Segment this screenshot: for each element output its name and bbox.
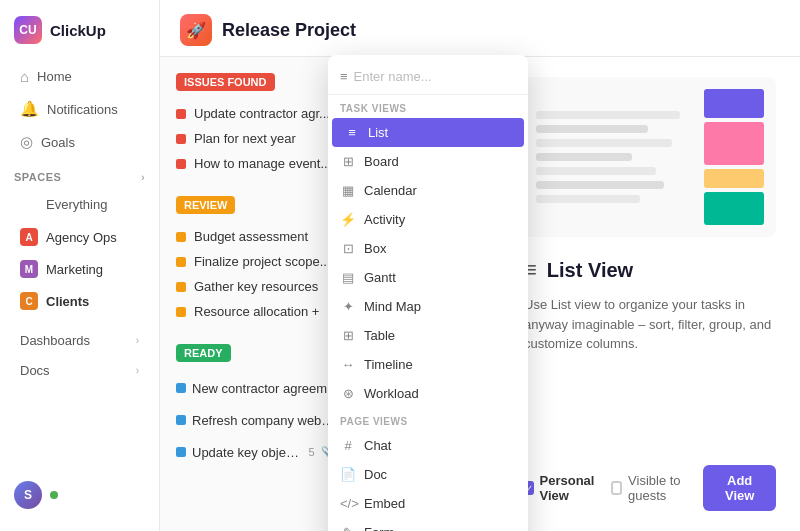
workload-label: Workload bbox=[364, 386, 419, 401]
task-dot-blue bbox=[176, 415, 186, 425]
task-text: Refresh company website bbox=[192, 413, 335, 428]
task-dot-blue bbox=[176, 447, 186, 457]
task-dot-yellow bbox=[176, 232, 186, 242]
sidebar-notifications-label: Notifications bbox=[47, 102, 118, 117]
sidebar: CU ClickUp ⌂ Home 🔔 Notifications ◎ Goal… bbox=[0, 0, 160, 531]
task-dot-yellow bbox=[176, 257, 186, 267]
main-header: 🚀 Release Project bbox=[160, 0, 800, 57]
ready-badge: READY bbox=[176, 344, 231, 362]
spaces-chevron: › bbox=[141, 172, 145, 183]
doc-icon: 📄 bbox=[340, 467, 356, 482]
project-icon: 🚀 bbox=[180, 14, 212, 46]
sidebar-item-docs[interactable]: Docs › bbox=[6, 356, 153, 385]
form-label: Form bbox=[364, 525, 394, 531]
dropdown-item-activity[interactable]: ⚡ Activity bbox=[328, 205, 528, 234]
marketing-avatar: M bbox=[20, 260, 38, 278]
list-view-title-row: ≡ List View bbox=[524, 257, 776, 283]
dropdown-item-doc[interactable]: 📄 Doc bbox=[328, 460, 528, 489]
list-view-preview bbox=[524, 77, 776, 237]
task-views-label: TASK VIEWS bbox=[328, 95, 528, 118]
dropdown-item-list[interactable]: ≡ List bbox=[332, 118, 524, 147]
chat-icon: # bbox=[340, 438, 356, 453]
dashboards-chevron: › bbox=[136, 335, 139, 346]
dropdown-item-calendar[interactable]: ▦ Calendar bbox=[328, 176, 528, 205]
dashboards-label: Dashboards bbox=[20, 333, 90, 348]
calendar-label: Calendar bbox=[364, 183, 417, 198]
visible-guests-wrap[interactable]: Visible to guests bbox=[611, 473, 691, 503]
add-view-button[interactable]: Add View bbox=[703, 465, 776, 511]
doc-label: Doc bbox=[364, 467, 387, 482]
activity-icon: ⚡ bbox=[340, 212, 356, 227]
dropdown-input-row: ≡ bbox=[328, 63, 528, 95]
logo-area: CU ClickUp bbox=[0, 12, 159, 60]
clients-avatar: C bbox=[20, 292, 38, 310]
task-dot-yellow bbox=[176, 307, 186, 317]
personal-view-checkbox[interactable]: Personal View bbox=[524, 473, 599, 503]
sidebar-item-goals[interactable]: ◎ Goals bbox=[6, 126, 153, 158]
sidebar-item-everything[interactable]: Everything bbox=[6, 188, 153, 220]
sidebar-item-dashboards[interactable]: Dashboards › bbox=[6, 326, 153, 355]
visible-guests-check[interactable] bbox=[611, 481, 622, 495]
task-dot-red bbox=[176, 134, 186, 144]
docs-chevron: › bbox=[136, 365, 139, 376]
user-status-dot bbox=[50, 491, 58, 499]
dropdown-item-form[interactable]: ✎ Form bbox=[328, 518, 528, 531]
project-icon-emoji: 🚀 bbox=[186, 21, 206, 40]
dropdown-item-chat[interactable]: # Chat bbox=[328, 431, 528, 460]
task-dot-yellow bbox=[176, 282, 186, 292]
gantt-label: Gantt bbox=[364, 270, 396, 285]
main-panel: 🚀 Release Project ISSUES FOUND Update co… bbox=[160, 0, 800, 531]
box-icon: ⊡ bbox=[340, 241, 356, 256]
sidebar-bottom: Dashboards › Docs › bbox=[0, 317, 159, 394]
list-label: List bbox=[368, 125, 388, 140]
task-text: Update key objectives bbox=[192, 445, 303, 460]
spaces-label: Spaces bbox=[14, 171, 61, 183]
sidebar-item-home[interactable]: ⌂ Home bbox=[6, 61, 153, 92]
dropdown-item-mindmap[interactable]: ✦ Mind Map bbox=[328, 292, 528, 321]
task-dot-red bbox=[176, 109, 186, 119]
dropdown-item-board[interactable]: ⊞ Board bbox=[328, 147, 528, 176]
dropdown-item-box[interactable]: ⊡ Box bbox=[328, 234, 528, 263]
home-icon: ⌂ bbox=[20, 68, 29, 85]
docs-label: Docs bbox=[20, 363, 50, 378]
dropdown-item-timeline[interactable]: ↔ Timeline bbox=[328, 350, 528, 379]
list-view-heading: List View bbox=[547, 259, 633, 282]
gantt-icon: ▤ bbox=[340, 270, 356, 285]
task-count: 5 bbox=[309, 446, 315, 458]
sidebar-item-marketing[interactable]: M Marketing bbox=[6, 254, 153, 284]
box-label: Box bbox=[364, 241, 386, 256]
sidebar-user[interactable]: S bbox=[0, 471, 159, 519]
board-icon: ⊞ bbox=[340, 154, 356, 169]
calendar-icon: ▦ bbox=[340, 183, 356, 198]
timeline-label: Timeline bbox=[364, 357, 413, 372]
dropdown-search-input[interactable] bbox=[354, 69, 516, 84]
sidebar-home-label: Home bbox=[37, 69, 72, 84]
sidebar-item-agency-ops[interactable]: A Agency Ops bbox=[6, 222, 153, 252]
agency-ops-label: Agency Ops bbox=[46, 230, 117, 245]
agency-ops-avatar: A bbox=[20, 228, 38, 246]
table-label: Table bbox=[364, 328, 395, 343]
sidebar-item-clients[interactable]: C Clients bbox=[6, 286, 153, 316]
table-icon: ⊞ bbox=[340, 328, 356, 343]
review-badge: REVIEW bbox=[176, 196, 235, 214]
dropdown-item-embed[interactable]: </> Embed bbox=[328, 489, 528, 518]
dropdown-item-gantt[interactable]: ▤ Gantt bbox=[328, 263, 528, 292]
sidebar-goals-label: Goals bbox=[41, 135, 75, 150]
logo-icon: CU bbox=[14, 16, 42, 44]
dropdown-item-table[interactable]: ⊞ Table bbox=[328, 321, 528, 350]
chat-label: Chat bbox=[364, 438, 391, 453]
right-panel: ≡ List View Use List view to organize yo… bbox=[500, 57, 800, 531]
sidebar-item-notifications[interactable]: 🔔 Notifications bbox=[6, 93, 153, 125]
mindmap-label: Mind Map bbox=[364, 299, 421, 314]
project-title: Release Project bbox=[222, 20, 356, 41]
marketing-label: Marketing bbox=[46, 262, 103, 277]
view-type-dropdown: ≡ TASK VIEWS ≡ List ⊞ Board ▦ Calendar ⚡… bbox=[328, 55, 528, 531]
list-icon: ≡ bbox=[344, 125, 360, 140]
spaces-section-header: Spaces › bbox=[0, 159, 159, 187]
goals-icon: ◎ bbox=[20, 133, 33, 151]
visible-guests-label: Visible to guests bbox=[628, 473, 691, 503]
embed-icon: </> bbox=[340, 496, 356, 511]
timeline-icon: ↔ bbox=[340, 357, 356, 372]
dropdown-item-workload[interactable]: ⊛ Workload bbox=[328, 379, 528, 408]
dropdown-list-icon: ≡ bbox=[340, 69, 348, 84]
